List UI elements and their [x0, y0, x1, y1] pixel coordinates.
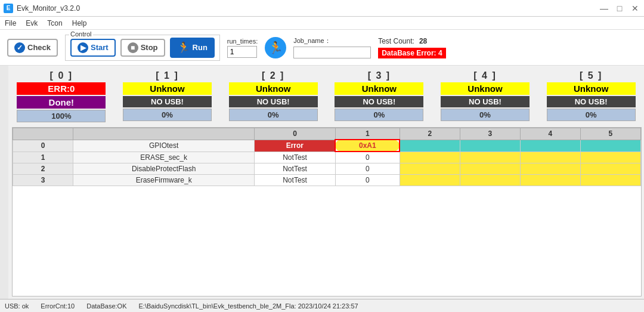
device-1-progress: 0% — [123, 109, 212, 121]
col-header-4: 4 — [520, 128, 580, 140]
row-3-col0-status: NotTest — [255, 175, 336, 186]
table-row: 0 GPIOtest Error 0xA1 — [13, 140, 641, 152]
status-usb: USB: ok — [5, 302, 29, 310]
row-2-col0-value: 0 — [335, 163, 400, 175]
row-1-col0-status: NotTest — [255, 152, 336, 163]
check-icon: ✓ — [14, 42, 25, 53]
menu-file[interactable]: File — [5, 19, 16, 27]
row-0-index: 0 — [13, 140, 73, 152]
device-5-index: [ 5 ] — [580, 70, 602, 81]
menu-help[interactable]: Help — [72, 19, 87, 27]
device-4-status2: NO USB! — [441, 96, 530, 107]
row-0-col4 — [520, 140, 580, 152]
device-4-progress: 0% — [441, 109, 530, 121]
stop-button[interactable]: ■ Stop — [120, 39, 165, 57]
row-2-index: 2 — [13, 163, 73, 175]
app-title: Evk_Monitor_v3.2.0 — [17, 4, 80, 13]
row-3-col3 — [460, 175, 520, 186]
col-header-5: 5 — [580, 128, 640, 140]
row-2-col3 — [460, 163, 520, 175]
stop-label: Stop — [141, 43, 158, 52]
menu-evk[interactable]: Evk — [26, 19, 38, 27]
status-error-cnt: ErrorCnt:10 — [41, 302, 75, 310]
job-name-input[interactable] — [293, 47, 371, 58]
minimize-button[interactable]: — — [599, 3, 609, 14]
db-error-badge: DataBase Error: 4 — [378, 48, 445, 58]
row-3-col2 — [400, 175, 460, 186]
job-name-label: Job_name： — [293, 36, 371, 45]
toolbar: ✓ Check Control ▶ Start ■ Stop 🏃 Run run… — [0, 30, 644, 66]
device-col-3: [ 3 ] Unknow NO USB! 0% — [326, 68, 432, 125]
check-button[interactable]: ✓ Check — [7, 39, 58, 57]
col-header-idx — [13, 128, 73, 140]
title-bar-left: E Evk_Monitor_v3.2.0 — [4, 4, 80, 13]
row-2-col5 — [580, 163, 640, 175]
device-col-2: [ 2 ] Unknow NO USB! 0% — [220, 68, 326, 125]
run-times-group: run_times: — [227, 38, 258, 58]
row-2-col4 — [520, 163, 580, 175]
start-button[interactable]: ▶ Start — [70, 39, 116, 57]
device-3-status1: Unknow — [335, 82, 423, 95]
title-bar: E Evk_Monitor_v3.2.0 — □ ✕ — [0, 0, 644, 17]
row-1-col5 — [580, 152, 640, 163]
device-4-index: [ 4 ] — [473, 70, 496, 81]
device-5-status1: Unknow — [547, 82, 636, 95]
device-col-0: [ 0 ] ERR:0 Done! 100% — [8, 68, 114, 125]
row-3-col0-value: 0 — [335, 175, 400, 186]
row-1-name: ERASE_sec_k — [73, 152, 255, 163]
row-1-col0-value: 0 — [335, 152, 400, 163]
row-2-name: DisableProtectFlash — [73, 163, 255, 175]
status-bar: USB: ok ErrorCnt:10 DataBase:OK E:\Baidu… — [0, 299, 644, 312]
row-3-col4 — [520, 175, 580, 186]
row-0-col0-value: 0xA1 — [335, 140, 400, 152]
row-1-index: 1 — [13, 152, 73, 163]
control-group: Control ▶ Start ■ Stop 🏃 Run — [65, 35, 220, 61]
device-col-4: [ 4 ] Unknow NO USB! 0% — [432, 68, 538, 125]
run-times-label: run_times: — [227, 38, 258, 45]
col-header-3: 3 — [460, 128, 520, 140]
app-icon: E — [4, 4, 13, 13]
check-label: Check — [27, 43, 51, 52]
close-button[interactable]: ✕ — [630, 3, 640, 14]
row-0-name: GPIOtest — [73, 140, 255, 152]
device-3-status2: NO USB! — [335, 96, 423, 107]
row-0-col2 — [400, 140, 460, 152]
run-times-input[interactable] — [227, 46, 257, 58]
device-col-5: [ 5 ] Unknow NO USB! 0% — [538, 68, 644, 125]
window-controls: — □ ✕ — [599, 3, 640, 14]
device-0-status2: Done! — [17, 96, 106, 109]
device-2-status2: NO USB! — [229, 96, 318, 107]
device-1-status1: Unknow — [123, 82, 212, 95]
table-header-row: 0 1 2 3 4 5 — [13, 128, 641, 140]
test-count-value: 28 — [419, 37, 427, 45]
data-table: 0 1 2 3 4 5 0 GPIOtest Error — [13, 128, 641, 186]
row-1-col4 — [520, 152, 580, 163]
maximize-button[interactable]: □ — [614, 3, 625, 14]
left-panel — [0, 66, 8, 299]
row-0-col0-status: Error — [255, 140, 336, 152]
menu-bar: File Evk Tcon Help — [0, 17, 644, 30]
status-path: E:\BaiduSyncdisk\TL_bin\Evk_testbench_bl… — [138, 302, 358, 310]
run-button[interactable]: 🏃 Run — [170, 38, 215, 58]
table-row: 3 EraseFirmware_k NotTest 0 — [13, 175, 641, 186]
start-label: Start — [91, 43, 109, 52]
menu-tcon[interactable]: Tcon — [47, 19, 62, 27]
device-2-index: [ 2 ] — [262, 70, 284, 81]
test-count-label: Test Count: — [378, 37, 414, 45]
device-4-status1: Unknow — [441, 82, 530, 95]
device-1-index: [ 1 ] — [156, 70, 178, 81]
table-row: 2 DisableProtectFlash NotTest 0 — [13, 163, 641, 175]
row-3-index: 3 — [13, 175, 73, 186]
test-count-group: Test Count: 28 DataBase Error: 4 — [378, 37, 445, 58]
play-icon: ▶ — [78, 42, 88, 53]
col-header-2: 2 — [400, 128, 460, 140]
run-label: Run — [193, 43, 208, 52]
col-header-name — [73, 128, 255, 140]
row-3-name: EraseFirmware_k — [73, 175, 255, 186]
row-2-col0-status: NotTest — [255, 163, 336, 175]
data-table-area: 0 1 2 3 4 5 0 GPIOtest Error — [12, 127, 642, 296]
runner-icon: 🏃 — [265, 37, 286, 58]
stop-icon: ■ — [128, 42, 138, 53]
col-header-1: 1 — [335, 128, 400, 140]
row-3-col5 — [580, 175, 640, 186]
